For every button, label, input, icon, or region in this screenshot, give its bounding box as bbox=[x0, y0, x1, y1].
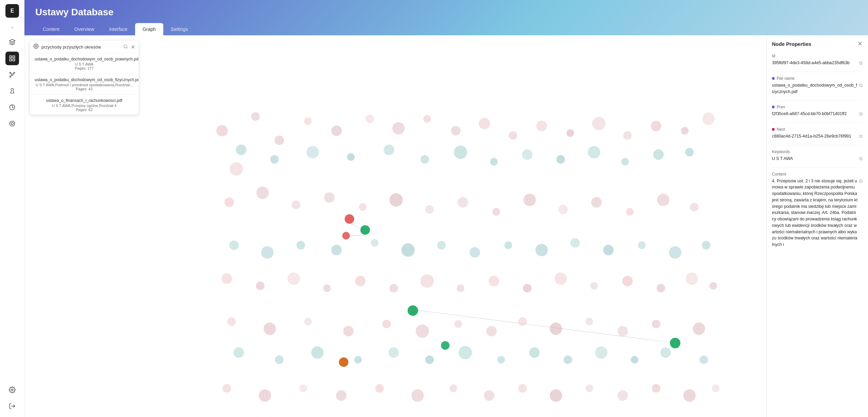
prop-next-section: Next c880ac4d-2715-4d1a-b254-26e9cb76f99… bbox=[772, 127, 863, 140]
layers-icon[interactable] bbox=[5, 35, 19, 49]
node-properties-panel: Node Properties ✕ Id 395fbf97-4de3-458d-… bbox=[766, 35, 868, 417]
svg-point-8 bbox=[10, 76, 11, 77]
svg-point-16 bbox=[11, 123, 14, 125]
svg-point-68 bbox=[653, 149, 664, 160]
svg-point-99 bbox=[686, 272, 698, 285]
copy-filename-icon[interactable]: ⧉ bbox=[859, 83, 863, 88]
svg-point-134 bbox=[411, 389, 424, 402]
search-bar: ✕ bbox=[30, 41, 138, 53]
analytics-icon[interactable] bbox=[5, 101, 19, 114]
svg-point-49 bbox=[493, 208, 500, 216]
svg-point-52 bbox=[591, 197, 602, 207]
search-input[interactable] bbox=[41, 44, 121, 50]
svg-point-106 bbox=[416, 324, 429, 338]
svg-point-107 bbox=[454, 320, 462, 328]
prop-prev-section: Prev f2f35ce8-a687-45cd-bb70-b0bf71401ff… bbox=[772, 105, 863, 117]
svg-point-152 bbox=[124, 44, 127, 48]
svg-point-151 bbox=[35, 46, 37, 47]
svg-point-42 bbox=[256, 186, 269, 199]
prop-content-row: 4. Przepisów ust. 2 i 3 nie stosuje się,… bbox=[772, 178, 863, 248]
tab-content[interactable]: Content bbox=[35, 23, 67, 35]
search-settings-icon[interactable] bbox=[33, 43, 39, 50]
svg-point-98 bbox=[657, 284, 665, 292]
svg-point-72 bbox=[296, 241, 305, 250]
svg-point-44 bbox=[324, 192, 335, 203]
svg-point-102 bbox=[263, 323, 276, 335]
dashboard-icon[interactable] bbox=[5, 52, 19, 65]
node-props-close-icon[interactable]: ✕ bbox=[857, 41, 863, 47]
svg-point-131 bbox=[299, 384, 307, 392]
tab-overview[interactable]: Overview bbox=[67, 23, 101, 35]
settings-icon[interactable] bbox=[5, 383, 19, 397]
svg-point-79 bbox=[535, 244, 548, 256]
svg-point-33 bbox=[509, 131, 517, 140]
svg-point-142 bbox=[683, 389, 696, 402]
prop-filename-value: ustawa_o_podatku_dochodowym_od_osob_fizy… bbox=[772, 82, 858, 95]
svg-point-105 bbox=[382, 320, 391, 328]
coin-icon[interactable] bbox=[5, 117, 19, 130]
list-item[interactable]: ustawa_o_podatku_dochodowym_od_osob_fizy… bbox=[30, 74, 138, 95]
copy-keywords-icon[interactable]: ⧉ bbox=[859, 156, 863, 162]
prop-keywords-label: Keywords bbox=[772, 149, 863, 154]
graph-canvas bbox=[24, 35, 868, 417]
graph-node-icon[interactable] bbox=[5, 68, 19, 81]
svg-point-112 bbox=[617, 326, 628, 337]
list-item[interactable]: ustawa_o_finansach_i_rachunkowosci.pdf U… bbox=[30, 95, 138, 114]
prop-next-label: Next bbox=[772, 127, 863, 132]
svg-point-126 bbox=[631, 356, 638, 363]
header: Ustawy Database Content Overview Interfa… bbox=[24, 0, 868, 35]
svg-point-85 bbox=[222, 273, 232, 284]
copy-content-icon[interactable]: ⧉ bbox=[859, 178, 863, 184]
svg-point-135 bbox=[449, 384, 457, 392]
svg-point-51 bbox=[558, 205, 568, 214]
logout-icon[interactable] bbox=[5, 399, 19, 413]
avatar: E bbox=[5, 4, 19, 18]
svg-point-94 bbox=[523, 284, 532, 292]
tab-settings[interactable]: Settings bbox=[163, 23, 196, 35]
svg-point-53 bbox=[626, 208, 633, 216]
svg-point-91 bbox=[421, 274, 434, 288]
result-meta: U S T AWA,Podmiot i przedmiot opodatkowa… bbox=[35, 83, 134, 87]
graph-container[interactable]: ✕ ustawa_o_podatku_dochodowym_od_osob_pr… bbox=[24, 35, 868, 417]
svg-point-50 bbox=[523, 194, 536, 206]
svg-point-28 bbox=[366, 114, 374, 123]
svg-point-63 bbox=[490, 158, 498, 165]
svg-point-87 bbox=[288, 272, 300, 285]
svg-point-78 bbox=[504, 241, 512, 249]
svg-point-130 bbox=[259, 389, 271, 402]
svg-rect-4 bbox=[13, 59, 15, 61]
copy-id-icon[interactable]: ⧉ bbox=[859, 60, 863, 66]
tab-graph[interactable]: Graph bbox=[135, 23, 163, 35]
flask-icon[interactable] bbox=[5, 84, 19, 98]
svg-point-69 bbox=[685, 148, 694, 157]
svg-point-109 bbox=[518, 317, 527, 326]
svg-point-128 bbox=[700, 356, 708, 364]
svg-point-45 bbox=[359, 203, 366, 211]
svg-point-117 bbox=[311, 346, 324, 359]
svg-line-20 bbox=[413, 310, 675, 343]
svg-rect-2 bbox=[13, 56, 15, 58]
svg-point-115 bbox=[234, 347, 244, 358]
svg-point-24 bbox=[230, 162, 243, 176]
copy-prev-icon[interactable]: ⧉ bbox=[859, 111, 863, 117]
svg-point-37 bbox=[623, 131, 632, 140]
svg-point-59 bbox=[347, 153, 354, 161]
svg-point-123 bbox=[529, 347, 540, 358]
copy-next-icon[interactable]: ⧉ bbox=[859, 133, 863, 139]
svg-point-48 bbox=[458, 197, 468, 207]
svg-point-46 bbox=[389, 193, 403, 206]
search-panel: ✕ ustawa_o_podatku_dochodowym_od_osob_pr… bbox=[30, 41, 138, 114]
prop-content-label: Content bbox=[772, 172, 863, 177]
svg-point-58 bbox=[307, 146, 319, 159]
search-close-icon[interactable]: ✕ bbox=[131, 44, 135, 50]
svg-point-97 bbox=[622, 276, 633, 286]
prop-id-row: 395fbf97-4de3-458d-a4e5-abba235df63b ⧉ bbox=[772, 60, 863, 66]
svg-point-86 bbox=[256, 282, 264, 290]
sidebar-toggle[interactable]: › bbox=[8, 23, 16, 31]
svg-line-11 bbox=[11, 75, 12, 76]
svg-point-103 bbox=[304, 318, 312, 325]
tab-interface[interactable]: Interface bbox=[101, 23, 135, 35]
search-magnify-icon[interactable] bbox=[123, 44, 128, 50]
svg-point-136 bbox=[484, 390, 494, 401]
list-item[interactable]: ustawa_o_podatku_dochodowym_od_osob_praw… bbox=[30, 53, 138, 74]
